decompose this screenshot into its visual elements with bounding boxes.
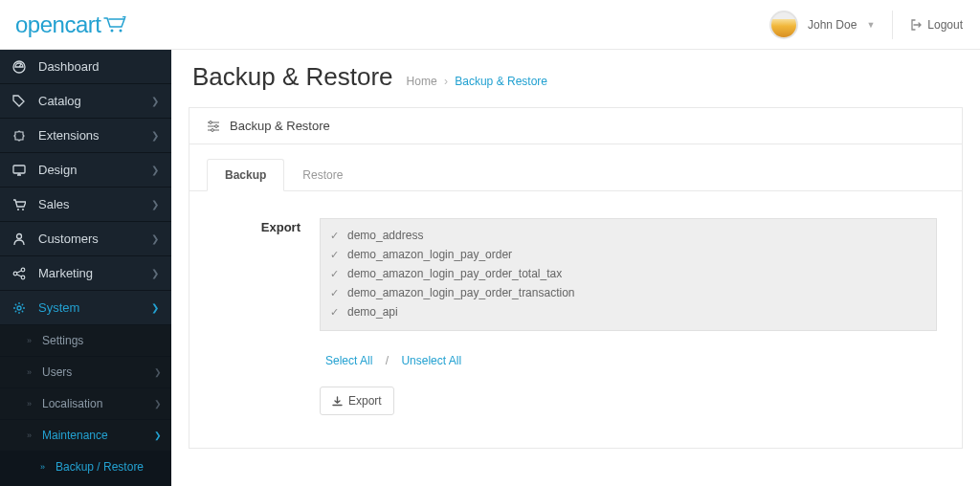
sidebar-item-maintenance[interactable]: » Maintenance ❯ [0,420,171,452]
user-icon [12,232,30,246]
checkmark-icon: ✓ [330,230,342,242]
chevron-right-icon: ❯ [151,302,159,313]
separator: / [386,354,389,367]
select-links: Select All / Unselect All [320,331,937,373]
sidebar-item-dashboard[interactable]: Dashboard [0,50,171,84]
sidebar-item-label: Sales [38,197,70,211]
panel-title: Backup & Restore [230,119,330,133]
panel: Backup & Restore Backup Restore Export ✓… [189,107,963,449]
table-name: demo_api [347,305,398,319]
table-checkbox-item[interactable]: ✓demo_amazon_login_pay_order_total_tax [330,264,926,283]
caret-down-icon: ▼ [866,20,875,30]
share-icon [12,267,30,280]
sidebar-item-users[interactable]: » Users ❯ [0,357,171,388]
page-title: Backup & Restore [192,62,393,92]
svg-rect-2 [13,166,25,173]
svg-point-9 [17,306,21,310]
tabs: Backup Restore [189,144,962,191]
svg-point-8 [21,276,25,279]
logo-text: opencart [15,11,100,38]
tables-checklist[interactable]: ✓demo_address ✓demo_amazon_login_pay_ord… [320,218,937,331]
puzzle-icon [12,129,30,143]
checkmark-icon: ✓ [330,287,342,299]
logo[interactable]: opencart [15,11,128,38]
chevron-right-icon: ❯ [151,268,159,278]
sidebar-item-system[interactable]: System ❯ [0,291,171,325]
sidebar-item-label: Users [42,365,72,379]
cart-icon [12,198,30,211]
chevron-right-icon: ❯ [151,130,159,141]
sidebar-item-label: Settings [42,334,83,347]
button-wrap: Export [320,387,937,415]
download-icon [332,396,343,407]
sidebar-item-uploads[interactable]: » Uploads [0,482,171,486]
checkmark-icon: ✓ [330,249,342,261]
export-row: Export ✓demo_address ✓demo_amazon_login_… [214,218,937,373]
table-checkbox-item[interactable]: ✓demo_amazon_login_pay_order [330,245,926,264]
checkmark-icon: ✓ [330,268,342,280]
sidebar-item-label: Localisation [42,397,102,410]
chevron-right-icon: ❯ [151,96,159,106]
maintenance-submenu: » Backup / Restore » Uploads [0,452,171,486]
sidebar-item-customers[interactable]: Customers ❯ [0,222,171,256]
chevron-right-icon: » [27,336,34,345]
chevron-right-icon: ❯ [154,431,162,440]
breadcrumb-home[interactable]: Home [407,75,437,88]
breadcrumb-current[interactable]: Backup & Restore [455,75,547,88]
cart-icon [103,16,128,33]
export-button-label: Export [348,394,382,408]
divider [892,11,893,39]
user-name: John Doe [808,18,857,32]
chevron-right-icon: ❯ [154,367,162,377]
sliders-icon [207,121,220,132]
avatar [769,11,798,39]
unselect-all-link[interactable]: Unselect All [401,354,461,367]
logout-label: Logout [927,18,963,32]
table-checkbox-item[interactable]: ✓demo_address [330,226,926,245]
sidebar-item-settings[interactable]: » Settings [0,325,171,357]
chevron-right-icon: » [27,399,34,409]
breadcrumb-separator: › [444,75,448,88]
sidebar-item-label: Extensions [38,128,100,143]
svg-point-10 [210,121,212,123]
logout-button[interactable]: Logout [910,18,963,32]
main-content: Backup & Restore Home › Backup & Restore… [171,0,980,486]
cog-icon [12,301,30,315]
tachometer-icon [12,60,30,74]
table-name: demo_address [347,229,423,242]
tags-icon [12,95,30,108]
svg-point-4 [22,209,24,210]
sidebar-item-backup-restore[interactable]: » Backup / Restore [0,452,171,482]
user-menu-button[interactable]: John Doe ▼ [769,11,875,39]
sidebar: Dashboard Catalog ❯ Extensions ❯ Design … [0,0,171,486]
sidebar-item-label: Dashboard [38,59,100,74]
chevron-right-icon: » [27,367,34,377]
sidebar-item-catalog[interactable]: Catalog ❯ [0,84,171,119]
sidebar-item-design[interactable]: Design ❯ [0,153,171,188]
select-all-link[interactable]: Select All [325,354,372,367]
panel-header: Backup & Restore [189,108,962,144]
table-checkbox-item[interactable]: ✓demo_amazon_login_pay_order_transaction [330,283,926,302]
chevron-right-icon: ❯ [151,199,159,210]
export-label: Export [214,218,320,234]
svg-point-3 [17,209,19,210]
svg-point-5 [17,233,22,238]
sidebar-item-marketing[interactable]: Marketing ❯ [0,256,171,291]
sidebar-item-localisation[interactable]: » Localisation ❯ [0,388,171,420]
form-body: Export ✓demo_address ✓demo_amazon_login_… [189,191,962,448]
tab-backup[interactable]: Backup [207,159,284,191]
table-checkbox-item[interactable]: ✓demo_api [330,302,926,321]
svg-point-12 [212,128,214,131]
sidebar-item-extensions[interactable]: Extensions ❯ [0,119,171,153]
export-button[interactable]: Export [320,387,394,415]
svg-point-11 [215,124,218,127]
sidebar-item-label: Design [38,163,77,177]
tab-restore[interactable]: Restore [284,159,361,191]
export-control: ✓demo_address ✓demo_amazon_login_pay_ord… [320,218,937,373]
chevron-right-icon: ❯ [151,233,159,244]
chevron-right-icon: ❯ [154,399,162,409]
table-name: demo_amazon_login_pay_order_transaction [347,286,575,299]
checkmark-icon: ✓ [330,306,342,319]
page-header: Backup & Restore Home › Backup & Restore [171,50,980,107]
sidebar-item-sales[interactable]: Sales ❯ [0,188,171,222]
